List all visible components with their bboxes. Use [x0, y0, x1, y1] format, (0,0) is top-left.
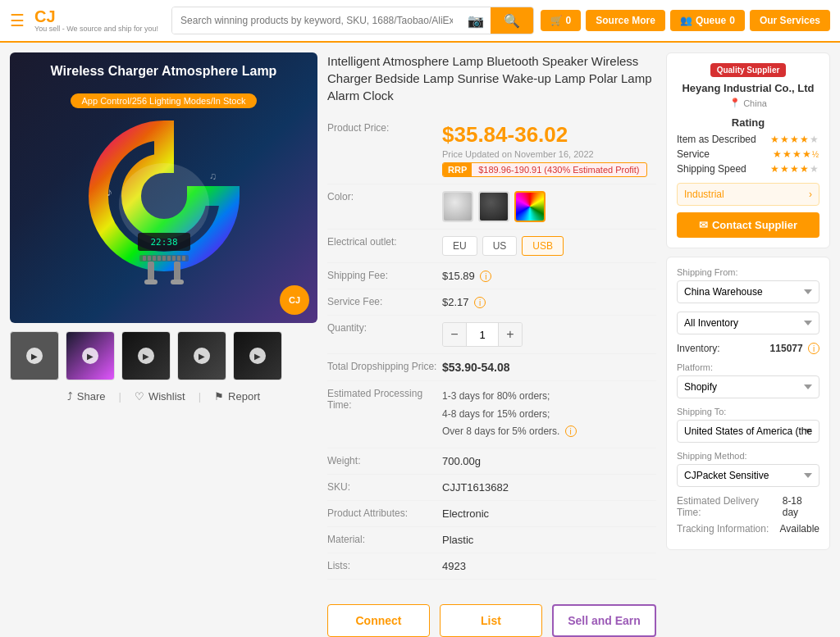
processing-info-icon[interactable]: i [565, 425, 577, 437]
flag-icon: ⚑ [214, 390, 224, 403]
product-detail-table: Product Price: $35.84-36.02 Price Update… [327, 116, 656, 580]
logo: CJ You sell - We source and ship for you… [34, 7, 158, 34]
connect-button[interactable]: Connect [327, 604, 430, 637]
swatch-dark[interactable] [478, 191, 509, 222]
sku-row: SKU: CJJT1613682 [327, 475, 656, 501]
shipping-method-field: Shipping Method: CJPacket Sensitive [677, 451, 819, 487]
sku-value: CJJT1613682 [442, 481, 656, 494]
left-panel: Wireless Charger Atmosphere Lamp App Con… [10, 52, 317, 637]
source-more-button[interactable]: Source More [586, 10, 665, 31]
report-label: Report [228, 390, 260, 403]
rrp-badge: RRP $189.96-190.91 (430% Estimated Profi… [442, 162, 647, 177]
supplier-card: Quality Supplier Heyang Industrial Co., … [666, 52, 830, 248]
rating-item-described: Item as Described ★★★★★ [677, 134, 819, 145]
color-row: Color: [327, 184, 656, 230]
shipping-fee-label: Shipping Fee: [327, 270, 442, 281]
list-button[interactable]: List [440, 604, 542, 637]
service-label: Service [677, 148, 710, 160]
inventory-info-icon[interactable]: i [808, 343, 819, 354]
action-row: ⤴ Share | ♡ Wishlist | ⚑ Report [10, 390, 317, 403]
item-described-label: Item as Described [677, 134, 756, 145]
camera-icon[interactable]: 📷 [461, 7, 491, 34]
material-row: Material: Plastic [327, 527, 656, 553]
envelope-icon: ✉ [699, 219, 708, 231]
rating-service: Service ★★★★½ [677, 148, 819, 160]
platform-select[interactable]: Shopify [677, 375, 819, 398]
lists-value: 4923 [442, 560, 656, 572]
logo-sub: You sell - We source and ship for you! [34, 25, 158, 34]
service-fee-value: $2.17 i [442, 296, 656, 308]
thumbnail-4[interactable]: ▶ [177, 331, 226, 380]
location-icon: 📍 [729, 98, 741, 108]
product-image-main: Wireless Charger Atmosphere Lamp App Con… [10, 52, 317, 323]
shipping-info-icon[interactable]: i [480, 271, 491, 282]
share-label: Share [77, 390, 106, 403]
shipping-speed-label: Shipping Speed [677, 163, 746, 175]
search-button[interactable]: 🔍 [491, 7, 533, 34]
play-icon-2: ▶ [82, 348, 98, 364]
swatch-silver[interactable] [442, 191, 473, 222]
svg-rect-11 [148, 256, 151, 261]
shipping-from-select[interactable]: China Warehouse [677, 280, 819, 303]
svg-text:♪: ♪ [107, 185, 112, 198]
services-button[interactable]: Our Services [750, 10, 830, 31]
rating-title: Rating [677, 116, 819, 129]
qty-decrease[interactable]: − [443, 323, 466, 346]
thumbnail-3[interactable]: ▶ [121, 331, 171, 380]
heart-icon: ♡ [135, 390, 144, 403]
outlet-usb[interactable]: USB [522, 236, 564, 256]
shipping-fee-value: $15.89 i [442, 270, 656, 282]
thumbnail-2[interactable]: ▶ [66, 331, 115, 380]
thumbnail-row: ▶ ▶ ▶ ▶ ▶ [10, 331, 317, 380]
service-info-icon[interactable]: i [474, 297, 486, 308]
supplier-badge: Quality Supplier [710, 63, 787, 77]
right-panel: Quality Supplier Heyang Industrial Co., … [666, 52, 830, 637]
delivery-time-value: 8-18 day [783, 495, 819, 518]
platform-label: Platform: [677, 362, 819, 372]
shipping-method-select[interactable]: CJPacket Sensitive [677, 464, 819, 487]
search-input[interactable] [172, 7, 460, 34]
shipping-to-select[interactable]: United States of America (the) [677, 420, 819, 443]
thumbnail-1[interactable]: ▶ [10, 331, 59, 380]
shipping-from-field: Shipping From: China Warehouse [677, 267, 819, 303]
platform-field: Platform: Shopify [677, 362, 819, 398]
menu-icon[interactable]: ☰ [10, 11, 25, 30]
outlet-us[interactable]: US [482, 236, 518, 256]
tracking-value: Available [780, 523, 819, 535]
service-fee-label: Service Fee: [327, 296, 442, 307]
sell-and-earn-button[interactable]: Sell and Earn [552, 604, 656, 637]
svg-rect-3 [148, 262, 154, 282]
report-button[interactable]: ⚑ Report [214, 390, 260, 403]
separator-2: | [199, 390, 201, 403]
cart-icon: 🛒 [550, 15, 563, 26]
quantity-row: Quantity: − + [327, 316, 656, 354]
svg-rect-5 [144, 280, 158, 284]
logo-cj: CJ [34, 7, 158, 25]
play-icon-3: ▶ [138, 348, 154, 364]
qty-increase[interactable]: + [499, 323, 522, 346]
cart-count: 0 [566, 15, 572, 26]
swatch-rgb[interactable] [514, 191, 546, 222]
rating-section: Rating Item as Described ★★★★★ Service ★… [677, 116, 819, 175]
svg-text:22:38: 22:38 [150, 237, 177, 248]
queue-button[interactable]: 👥 Queue 0 [670, 10, 745, 31]
total-label: Total Dropshipping Price: [327, 361, 442, 372]
play-icon-5: ▶ [249, 348, 266, 364]
inventory-type-select[interactable]: All Inventory [677, 312, 819, 334]
inventory-row: Inventory: 115077 i [677, 343, 819, 354]
material-value: Plastic [442, 534, 656, 546]
category-tag[interactable]: Industrial › [677, 183, 819, 206]
weight-row: Weight: 700.00g [327, 448, 656, 475]
inventory-label: Inventory: [677, 343, 720, 354]
contact-supplier-button[interactable]: ✉ Contact Supplier [677, 212, 819, 238]
attributes-value: Electronic [442, 507, 656, 520]
cart-button[interactable]: 🛒 0 [541, 10, 582, 31]
wishlist-button[interactable]: ♡ Wishlist [135, 390, 185, 403]
outlet-buttons: EU US USB [442, 236, 656, 256]
attributes-label: Product Attributes: [327, 507, 442, 519]
qty-input[interactable] [466, 323, 499, 346]
share-button[interactable]: ⤴ Share [67, 390, 106, 403]
thumbnail-5[interactable]: ▶ [233, 331, 282, 380]
outlet-eu[interactable]: EU [442, 236, 477, 256]
svg-rect-12 [153, 256, 156, 261]
